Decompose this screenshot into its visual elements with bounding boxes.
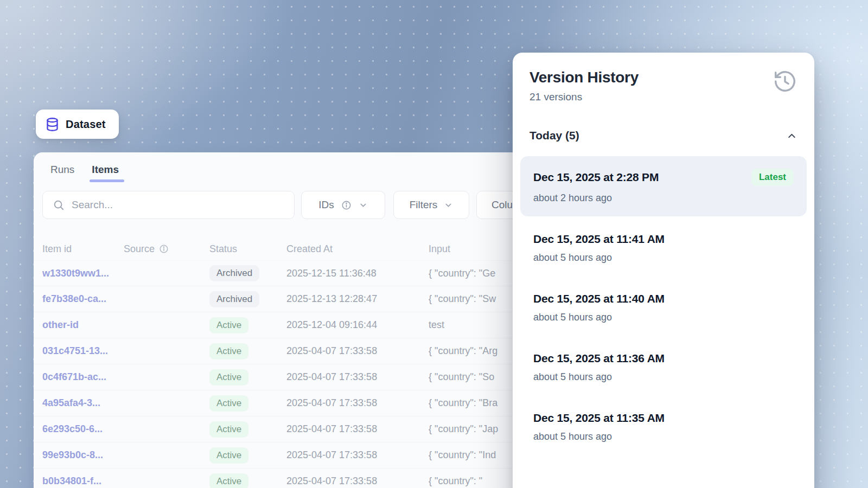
item-id-link[interactable]: 6e293c50-6... — [42, 423, 124, 435]
version-list-item[interactable]: Dec 15, 2025 at 2:28 PM Latest about 2 h… — [520, 156, 807, 216]
item-id-link[interactable]: b0b34801-f... — [42, 476, 124, 487]
version-count: 21 versions — [529, 91, 639, 103]
status-badge: Active — [209, 317, 248, 333]
item-id-link[interactable]: 99e93b0c-8... — [42, 450, 124, 461]
search-box[interactable] — [42, 191, 295, 219]
item-id-link[interactable]: 031c4751-13... — [42, 345, 124, 357]
status-cell: Active — [209, 395, 286, 412]
item-id-link[interactable]: 4a95afa4-3... — [42, 397, 124, 409]
search-input[interactable] — [72, 199, 284, 211]
info-icon — [159, 244, 169, 254]
col-header-status: Status — [209, 243, 286, 255]
created-at-cell: 2025-04-07 17:33:58 — [286, 371, 429, 383]
status-cell: Active — [209, 447, 286, 464]
history-icon — [773, 69, 797, 94]
created-at-cell: 2025-12-13 12:28:47 — [286, 293, 429, 305]
status-cell: Active — [209, 421, 286, 438]
version-history-header: Version History 21 versions — [520, 69, 807, 103]
status-badge: Active — [209, 473, 248, 488]
version-relative-time: about 5 hours ago — [533, 312, 794, 323]
item-id-link[interactable]: fe7b38e0-ca... — [42, 293, 124, 305]
version-relative-time: about 5 hours ago — [533, 431, 794, 442]
created-at-cell: 2025-12-15 11:36:48 — [286, 268, 429, 279]
info-icon — [341, 200, 352, 210]
version-list-item[interactable]: Dec 15, 2025 at 11:40 AM about 5 hours a… — [520, 280, 807, 336]
created-at-cell: 2025-04-07 17:33:58 — [286, 397, 429, 409]
col-header-item-id: Item id — [42, 243, 124, 255]
filters-dropdown[interactable]: Filters — [393, 191, 469, 219]
tab-runs[interactable]: Runs — [50, 164, 74, 182]
version-date: Dec 15, 2025 at 11:36 AM — [533, 352, 665, 365]
version-relative-time: about 5 hours ago — [533, 371, 794, 383]
created-at-cell: 2025-12-04 09:16:44 — [286, 319, 429, 331]
version-history-panel: Version History 21 versions Today (5) De… — [513, 53, 814, 488]
database-icon — [45, 117, 60, 132]
status-cell: Active — [209, 343, 286, 359]
created-at-cell: 2025-04-07 17:33:58 — [286, 450, 429, 461]
today-section-label: Today (5) — [529, 129, 579, 142]
status-badge: Active — [209, 421, 248, 438]
filters-dropdown-label: Filters — [410, 199, 438, 211]
version-list-item[interactable]: Dec 15, 2025 at 11:36 AM about 5 hours a… — [520, 339, 807, 395]
chevron-down-icon — [359, 201, 368, 210]
chevron-down-icon — [444, 201, 453, 210]
version-relative-time: about 5 hours ago — [533, 252, 794, 264]
status-badge: Archived — [209, 291, 259, 307]
version-history-title: Version History — [529, 69, 639, 86]
dataset-badge: Dataset — [36, 110, 119, 139]
item-id-link[interactable]: 0c4f671b-ac... — [42, 371, 124, 383]
created-at-cell: 2025-04-07 17:33:58 — [286, 423, 429, 435]
today-section-header[interactable]: Today (5) — [520, 129, 807, 142]
status-badge: Active — [209, 395, 248, 412]
status-badge: Active — [209, 369, 248, 386]
version-list: Dec 15, 2025 at 2:28 PM Latest about 2 h… — [520, 156, 807, 455]
version-list-item[interactable]: Dec 15, 2025 at 11:35 AM about 5 hours a… — [520, 399, 807, 455]
item-id-link[interactable]: other-id — [42, 319, 124, 331]
status-badge: Archived — [209, 265, 259, 281]
version-date: Dec 15, 2025 at 11:40 AM — [533, 292, 665, 305]
item-id-link[interactable]: w1330t9ww1... — [42, 268, 124, 279]
version-date: Dec 15, 2025 at 2:28 PM — [533, 171, 659, 184]
chevron-up-icon — [786, 130, 797, 142]
status-badge: Active — [209, 447, 248, 464]
dataset-badge-label: Dataset — [66, 118, 106, 131]
status-cell: Active — [209, 317, 286, 333]
status-cell: Active — [209, 473, 286, 488]
status-badge: Active — [209, 343, 248, 359]
col-header-source: Source — [124, 243, 209, 255]
latest-badge: Latest — [751, 169, 794, 186]
status-cell: Archived — [209, 265, 286, 281]
version-list-item[interactable]: Dec 15, 2025 at 11:41 AM about 5 hours a… — [520, 220, 807, 276]
status-cell: Archived — [209, 291, 286, 307]
version-date: Dec 15, 2025 at 11:41 AM — [533, 233, 665, 246]
tab-items[interactable]: Items — [92, 164, 119, 182]
ids-dropdown[interactable]: IDs — [301, 191, 385, 219]
created-at-cell: 2025-04-07 17:33:58 — [286, 345, 429, 357]
ids-dropdown-label: IDs — [318, 199, 334, 211]
version-date: Dec 15, 2025 at 11:35 AM — [533, 412, 665, 425]
version-relative-time: about 2 hours ago — [533, 192, 794, 204]
created-at-cell: 2025-04-07 17:33:58 — [286, 476, 429, 487]
col-header-created-at: Created At — [286, 243, 429, 255]
search-icon — [53, 199, 65, 211]
status-cell: Active — [209, 369, 286, 386]
